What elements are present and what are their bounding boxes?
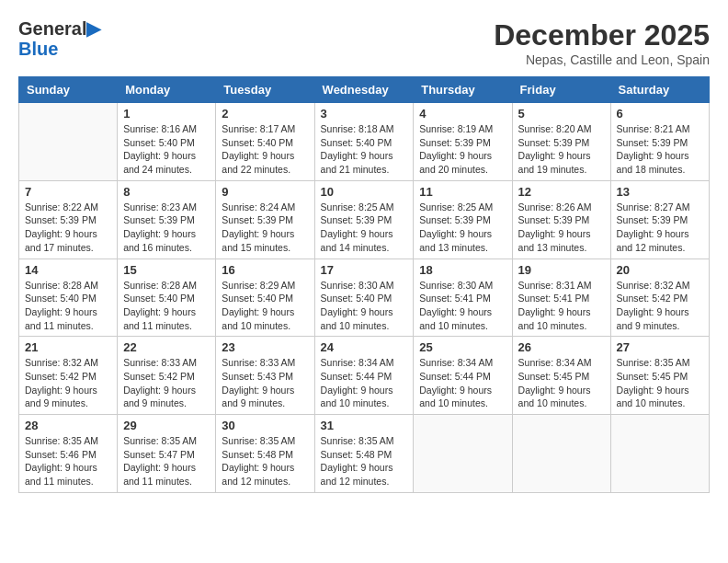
day-info: Sunrise: 8:33 AMSunset: 5:42 PMDaylight:… — [123, 356, 210, 410]
day-number: 20 — [617, 263, 703, 277]
day-number: 29 — [123, 419, 210, 432]
day-number: 25 — [419, 340, 506, 354]
day-cell: 11Sunrise: 8:25 AMSunset: 5:39 PMDayligh… — [414, 180, 512, 259]
day-cell: 22Sunrise: 8:33 AMSunset: 5:42 PMDayligh… — [118, 337, 216, 415]
day-cell — [610, 415, 709, 493]
day-number: 7 — [25, 185, 111, 199]
logo: General▶ Blue — [18, 18, 100, 59]
week-row-3: 14Sunrise: 8:28 AMSunset: 5:40 PMDayligh… — [19, 259, 710, 337]
day-info: Sunrise: 8:30 AMSunset: 5:41 PMDaylight:… — [419, 279, 506, 333]
day-info: Sunrise: 8:35 AMSunset: 5:48 PMDaylight:… — [222, 434, 308, 488]
header-tuesday: Tuesday — [216, 77, 314, 103]
day-cell: 25Sunrise: 8:34 AMSunset: 5:44 PMDayligh… — [414, 337, 512, 415]
day-cell: 19Sunrise: 8:31 AMSunset: 5:41 PMDayligh… — [512, 259, 610, 337]
day-cell: 26Sunrise: 8:34 AMSunset: 5:45 PMDayligh… — [512, 337, 610, 415]
day-cell: 28Sunrise: 8:35 AMSunset: 5:46 PMDayligh… — [19, 415, 118, 493]
day-info: Sunrise: 8:34 AMSunset: 5:44 PMDaylight:… — [321, 356, 408, 410]
day-cell: 17Sunrise: 8:30 AMSunset: 5:40 PMDayligh… — [314, 259, 414, 337]
day-cell: 18Sunrise: 8:30 AMSunset: 5:41 PMDayligh… — [414, 259, 512, 337]
day-cell: 1Sunrise: 8:16 AMSunset: 5:40 PMDaylight… — [118, 103, 216, 181]
day-info: Sunrise: 8:33 AMSunset: 5:43 PMDaylight:… — [222, 356, 308, 410]
day-info: Sunrise: 8:20 AMSunset: 5:39 PMDaylight:… — [518, 122, 605, 177]
day-number: 26 — [518, 340, 605, 354]
day-cell: 7Sunrise: 8:22 AMSunset: 5:39 PMDaylight… — [19, 180, 118, 259]
day-cell: 6Sunrise: 8:21 AMSunset: 5:39 PMDaylight… — [610, 103, 709, 181]
header-wednesday: Wednesday — [314, 77, 414, 103]
day-info: Sunrise: 8:34 AMSunset: 5:45 PMDaylight:… — [518, 356, 605, 410]
day-cell: 3Sunrise: 8:18 AMSunset: 5:40 PMDaylight… — [314, 103, 414, 181]
week-row-1: 1Sunrise: 8:16 AMSunset: 5:40 PMDaylight… — [19, 103, 710, 181]
day-cell: 31Sunrise: 8:35 AMSunset: 5:48 PMDayligh… — [314, 415, 414, 493]
day-cell: 5Sunrise: 8:20 AMSunset: 5:39 PMDaylight… — [512, 103, 610, 181]
day-number: 6 — [617, 107, 703, 121]
day-number: 11 — [419, 185, 506, 199]
day-cell: 9Sunrise: 8:24 AMSunset: 5:39 PMDaylight… — [216, 180, 314, 259]
day-number: 9 — [222, 185, 308, 199]
page-header: General▶ Blue December 2025 Nepas, Casti… — [18, 18, 710, 67]
week-row-5: 28Sunrise: 8:35 AMSunset: 5:46 PMDayligh… — [19, 415, 710, 493]
day-cell: 20Sunrise: 8:32 AMSunset: 5:42 PMDayligh… — [610, 259, 709, 337]
day-number: 31 — [321, 419, 408, 432]
header-sunday: Sunday — [19, 77, 118, 103]
day-info: Sunrise: 8:32 AMSunset: 5:42 PMDaylight:… — [617, 279, 703, 333]
day-number: 2 — [222, 107, 308, 121]
day-number: 1 — [123, 107, 210, 121]
day-number: 13 — [617, 185, 703, 199]
header-saturday: Saturday — [610, 77, 709, 103]
day-info: Sunrise: 8:28 AMSunset: 5:40 PMDaylight:… — [25, 279, 111, 333]
day-number: 21 — [25, 340, 111, 354]
day-info: Sunrise: 8:29 AMSunset: 5:40 PMDaylight:… — [222, 279, 308, 333]
title-block: December 2025 Nepas, Castille and Leon, … — [494, 18, 710, 67]
day-info: Sunrise: 8:35 AMSunset: 5:46 PMDaylight:… — [25, 434, 111, 488]
day-number: 3 — [321, 107, 408, 121]
day-cell — [19, 103, 118, 181]
day-number: 27 — [617, 340, 703, 354]
day-cell: 15Sunrise: 8:28 AMSunset: 5:40 PMDayligh… — [118, 259, 216, 337]
day-info: Sunrise: 8:17 AMSunset: 5:40 PMDaylight:… — [222, 122, 308, 177]
day-number: 5 — [518, 107, 605, 121]
calendar-header: SundayMondayTuesdayWednesdayThursdayFrid… — [19, 77, 710, 103]
day-info: Sunrise: 8:32 AMSunset: 5:42 PMDaylight:… — [25, 356, 111, 410]
day-cell: 23Sunrise: 8:33 AMSunset: 5:43 PMDayligh… — [216, 337, 314, 415]
day-number: 4 — [419, 107, 506, 121]
day-info: Sunrise: 8:35 AMSunset: 5:47 PMDaylight:… — [123, 434, 210, 488]
day-info: Sunrise: 8:35 AMSunset: 5:45 PMDaylight:… — [617, 356, 703, 410]
day-info: Sunrise: 8:34 AMSunset: 5:44 PMDaylight:… — [419, 356, 506, 410]
day-cell: 10Sunrise: 8:25 AMSunset: 5:39 PMDayligh… — [314, 180, 414, 259]
header-monday: Monday — [118, 77, 216, 103]
header-friday: Friday — [512, 77, 610, 103]
day-number: 22 — [123, 340, 210, 354]
month-title: December 2025 — [494, 18, 710, 52]
day-number: 16 — [222, 263, 308, 277]
day-cell: 29Sunrise: 8:35 AMSunset: 5:47 PMDayligh… — [118, 415, 216, 493]
day-cell — [414, 415, 512, 493]
day-cell: 2Sunrise: 8:17 AMSunset: 5:40 PMDaylight… — [216, 103, 314, 181]
day-info: Sunrise: 8:21 AMSunset: 5:39 PMDaylight:… — [617, 122, 703, 177]
header-thursday: Thursday — [414, 77, 512, 103]
location: Nepas, Castille and Leon, Spain — [494, 52, 710, 67]
day-cell: 12Sunrise: 8:26 AMSunset: 5:39 PMDayligh… — [512, 180, 610, 259]
day-number: 28 — [25, 419, 111, 432]
day-info: Sunrise: 8:27 AMSunset: 5:39 PMDaylight:… — [617, 201, 703, 255]
day-number: 23 — [222, 340, 308, 354]
logo-blue: Blue — [18, 39, 100, 59]
calendar: SundayMondayTuesdayWednesdayThursdayFrid… — [18, 76, 710, 493]
day-info: Sunrise: 8:35 AMSunset: 5:48 PMDaylight:… — [321, 434, 408, 488]
day-cell: 16Sunrise: 8:29 AMSunset: 5:40 PMDayligh… — [216, 259, 314, 337]
calendar-body: 1Sunrise: 8:16 AMSunset: 5:40 PMDaylight… — [19, 103, 710, 493]
day-number: 30 — [222, 419, 308, 432]
day-cell — [512, 415, 610, 493]
day-cell: 8Sunrise: 8:23 AMSunset: 5:39 PMDaylight… — [118, 180, 216, 259]
day-cell: 4Sunrise: 8:19 AMSunset: 5:39 PMDaylight… — [414, 103, 512, 181]
day-info: Sunrise: 8:24 AMSunset: 5:39 PMDaylight:… — [222, 201, 308, 255]
day-info: Sunrise: 8:22 AMSunset: 5:39 PMDaylight:… — [25, 201, 111, 255]
week-row-4: 21Sunrise: 8:32 AMSunset: 5:42 PMDayligh… — [19, 337, 710, 415]
day-cell: 14Sunrise: 8:28 AMSunset: 5:40 PMDayligh… — [19, 259, 118, 337]
day-info: Sunrise: 8:30 AMSunset: 5:40 PMDaylight:… — [321, 279, 408, 333]
day-info: Sunrise: 8:25 AMSunset: 5:39 PMDaylight:… — [419, 201, 506, 255]
day-cell: 24Sunrise: 8:34 AMSunset: 5:44 PMDayligh… — [314, 337, 414, 415]
day-number: 24 — [321, 340, 408, 354]
day-info: Sunrise: 8:31 AMSunset: 5:41 PMDaylight:… — [518, 279, 605, 333]
day-number: 8 — [123, 185, 210, 199]
day-number: 19 — [518, 263, 605, 277]
